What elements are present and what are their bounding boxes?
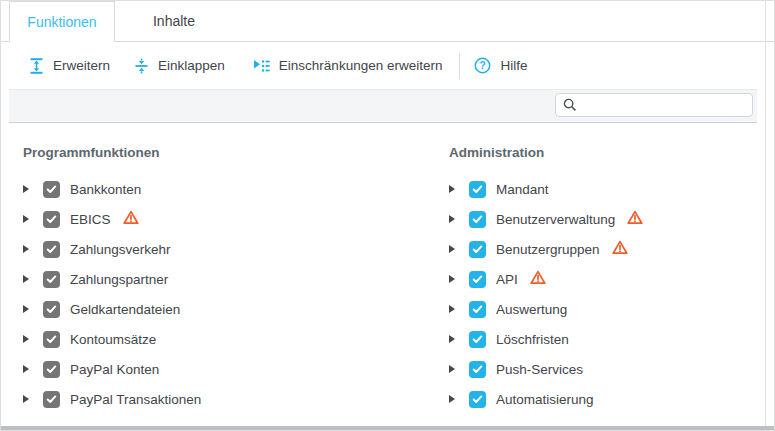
tree-item: Automatisierung [449, 384, 774, 414]
item-label: Zahlungspartner [70, 272, 168, 287]
checkbox[interactable] [469, 391, 486, 408]
expand-vertical-icon [29, 58, 44, 74]
expander-arrow-icon[interactable] [449, 245, 455, 253]
item-label: Kontoumsätze [70, 332, 156, 347]
checkbox[interactable] [43, 271, 60, 288]
item-label: PayPal Transaktionen [70, 392, 201, 407]
checkbox[interactable] [469, 211, 486, 228]
permissions-panel: Funktionen Inhalte Erweitern [0, 0, 775, 431]
item-label: Zahlungsverkehr [70, 242, 171, 257]
search-icon [563, 98, 577, 112]
expander-arrow-icon[interactable] [23, 245, 29, 253]
expander-arrow-icon[interactable] [23, 185, 29, 193]
item-label: Auswertung [496, 302, 567, 317]
help-button[interactable]: ? Hilfe [474, 57, 527, 74]
item-label: Bankkonten [70, 182, 141, 197]
expander-arrow-icon[interactable] [449, 185, 455, 193]
collapse-button[interactable]: Einklappen [134, 58, 225, 74]
column-header: Administration [449, 145, 774, 160]
filter-bar [9, 89, 757, 123]
warning-icon [627, 210, 643, 228]
expand-list-icon [253, 59, 270, 73]
expander-arrow-icon[interactable] [449, 275, 455, 283]
checkbox[interactable] [43, 211, 60, 228]
right-panel-divider [765, 1, 766, 427]
item-label: Automatisierung [496, 392, 594, 407]
tree-column-programmfunktionen: Programmfunktionen Bankkonten EBICS [23, 145, 449, 414]
tree-item: Kontoumsätze [23, 324, 449, 354]
checkbox[interactable] [43, 361, 60, 378]
item-label: EBICS [70, 212, 111, 227]
item-label: PayPal Konten [70, 362, 159, 377]
content-area: Programmfunktionen Bankkonten EBICS [1, 123, 774, 414]
expander-arrow-icon[interactable] [23, 275, 29, 283]
item-label: Benutzerverwaltung [496, 212, 615, 227]
expander-arrow-icon[interactable] [449, 215, 455, 223]
expander-arrow-icon[interactable] [23, 365, 29, 373]
tree-item: Geldkartendateien [23, 294, 449, 324]
tree-item: Löschfristen [449, 324, 774, 354]
checkbox[interactable] [43, 331, 60, 348]
tree-item: Bankkonten [23, 174, 449, 204]
expander-arrow-icon[interactable] [23, 395, 29, 403]
warning-icon [612, 240, 628, 258]
checkbox[interactable] [43, 241, 60, 258]
item-label: Geldkartendateien [70, 302, 180, 317]
item-label: API [496, 272, 518, 287]
expander-arrow-icon[interactable] [449, 305, 455, 313]
checkbox[interactable] [469, 301, 486, 318]
toolbar: Erweitern Einklappen [1, 42, 774, 89]
tab-strip: Funktionen Inhalte [1, 1, 774, 42]
tree-column-administration: Administration Mandant Benutzerverwaltun… [449, 145, 774, 414]
tab-inhalte[interactable]: Inhalte [115, 1, 233, 41]
expand-button[interactable]: Erweitern [29, 58, 110, 74]
checkbox[interactable] [469, 181, 486, 198]
tab-label: Inhalte [153, 13, 195, 29]
expander-arrow-icon[interactable] [23, 335, 29, 343]
checkbox[interactable] [43, 301, 60, 318]
column-header: Programmfunktionen [23, 145, 449, 160]
checkbox[interactable] [469, 241, 486, 258]
tree-item: PayPal Transaktionen [23, 384, 449, 414]
expander-arrow-icon[interactable] [449, 395, 455, 403]
tab-label: Funktionen [27, 14, 96, 30]
checkbox[interactable] [469, 361, 486, 378]
tree-item: Benutzergruppen [449, 234, 774, 264]
expand-restrictions-button[interactable]: Einschränkungen erweitern [253, 58, 443, 73]
item-label: Löschfristen [496, 332, 569, 347]
tree-item: API [449, 264, 774, 294]
tree-item: Push-Services [449, 354, 774, 384]
search-box[interactable] [555, 93, 753, 117]
tree-item: Mandant [449, 174, 774, 204]
button-label: Hilfe [500, 58, 527, 73]
search-input[interactable] [582, 95, 752, 115]
help-circle-icon: ? [474, 57, 491, 74]
bottom-scrollbar-track[interactable] [1, 426, 774, 430]
tab-funktionen[interactable]: Funktionen [9, 1, 115, 42]
svg-text:?: ? [480, 60, 486, 71]
collapse-vertical-icon [134, 58, 149, 74]
checkbox[interactable] [469, 331, 486, 348]
tree-item: EBICS [23, 204, 449, 234]
checkbox[interactable] [43, 181, 60, 198]
item-list: Mandant Benutzerverwaltung [449, 174, 774, 414]
tree-item: PayPal Konten [23, 354, 449, 384]
tree-item: Auswertung [449, 294, 774, 324]
tree-item: Zahlungsverkehr [23, 234, 449, 264]
expander-arrow-icon[interactable] [449, 365, 455, 373]
tree-item: Benutzerverwaltung [449, 204, 774, 234]
toolbar-separator [459, 53, 460, 79]
checkbox[interactable] [469, 271, 486, 288]
button-label: Einklappen [158, 58, 225, 73]
checkbox[interactable] [43, 391, 60, 408]
warning-icon [123, 210, 139, 228]
item-label: Benutzergruppen [496, 242, 600, 257]
tree-item: Zahlungspartner [23, 264, 449, 294]
item-list: Bankkonten EBICS [23, 174, 449, 414]
warning-icon [530, 270, 546, 288]
button-label: Einschränkungen erweitern [279, 58, 443, 73]
expander-arrow-icon[interactable] [23, 305, 29, 313]
item-label: Push-Services [496, 362, 583, 377]
expander-arrow-icon[interactable] [449, 335, 455, 343]
expander-arrow-icon[interactable] [23, 215, 29, 223]
